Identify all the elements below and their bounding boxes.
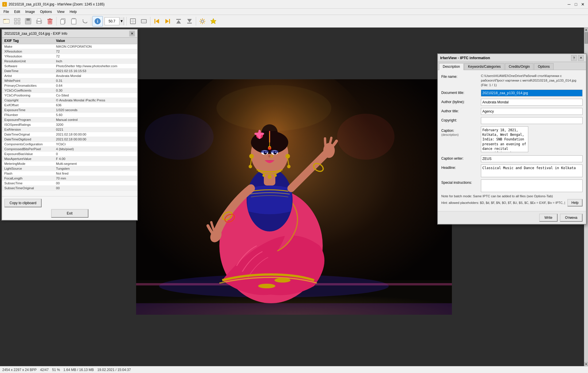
scroll-up-button[interactable]: ▲ xyxy=(584,28,588,32)
exif-close-button[interactable]: ✕ xyxy=(129,31,135,36)
zoom-input[interactable] xyxy=(105,19,119,24)
copyright-input[interactable] xyxy=(481,117,583,124)
svg-rect-93 xyxy=(136,303,452,315)
svg-point-79 xyxy=(262,174,265,177)
svg-rect-5 xyxy=(14,18,17,21)
caption-writer-input[interactable] xyxy=(481,155,583,162)
exif-table-row: YCbCrCoefficients0.30 xyxy=(2,88,137,93)
tab-description[interactable]: Description xyxy=(439,63,464,70)
next-image-button[interactable] xyxy=(163,16,173,26)
iptc-write-button[interactable]: Write xyxy=(539,214,558,222)
print-button[interactable] xyxy=(34,16,44,26)
svg-point-66 xyxy=(258,136,261,139)
exif-tag-cell: ExifOffset xyxy=(4,103,56,107)
open-button[interactable] xyxy=(1,16,11,26)
tab-keywords[interactable]: Keywords/Categories xyxy=(464,63,504,70)
exif-table-row: MaxApertureValueF 4.00 xyxy=(2,156,137,161)
svg-point-73 xyxy=(261,150,269,153)
note-for-batch: Note for batch mode: Same IPTC can be ad… xyxy=(441,194,583,198)
scroll-down-button[interactable]: ▼ xyxy=(584,362,588,366)
svg-point-91 xyxy=(145,114,214,160)
exif-tag-cell: PrimaryChromaticities xyxy=(4,84,56,87)
delete-button[interactable] xyxy=(45,16,55,26)
copy-to-clipboard-button[interactable]: Copy to clipboard xyxy=(4,199,42,207)
document-title-input[interactable] xyxy=(481,90,583,96)
last-image-button[interactable] xyxy=(184,16,195,26)
zoom-box: ▼ xyxy=(105,17,124,25)
file-info-value: (File: 1 / 1) xyxy=(481,83,497,87)
fit-window-button[interactable] xyxy=(128,16,138,26)
exif-tag-cell: ComponentsConfiguration xyxy=(4,142,56,146)
exif-value-cell: 0.30 xyxy=(56,89,135,92)
tab-options[interactable]: Options xyxy=(534,63,553,70)
exif-tag-cell: ISOSpeedRatings xyxy=(4,123,56,126)
close-button[interactable]: ✕ xyxy=(580,1,586,7)
iptc-cancel-button[interactable]: Отмена xyxy=(560,214,583,222)
copy-button[interactable] xyxy=(58,16,68,26)
iptc-help-icon-button[interactable]: ? xyxy=(571,55,577,61)
exif-table-row: ExposureTime1/320 seconds xyxy=(2,108,137,113)
exif-tag-cell: LightSource xyxy=(4,167,56,170)
options-button[interactable] xyxy=(197,16,208,26)
status-date: 19.02.2021 / 15:04:37 xyxy=(97,368,131,372)
special-instructions-textarea[interactable] xyxy=(481,179,583,192)
first-image-button[interactable] xyxy=(173,16,184,26)
document-title-row: Document title: xyxy=(441,90,583,96)
exif-col-tag-header: EXIF Tag xyxy=(4,39,56,43)
favorites-button[interactable] xyxy=(208,16,218,26)
exit-button[interactable]: Exit xyxy=(51,209,88,218)
fit-width-button[interactable] xyxy=(139,16,149,26)
file-name-label: File name: xyxy=(441,74,479,79)
svg-marker-34 xyxy=(165,19,169,24)
exif-table-row: YCbCrPositioningCo-Sited xyxy=(2,93,137,98)
info-button[interactable]: i xyxy=(92,16,103,26)
menu-view[interactable]: View xyxy=(55,9,67,14)
exif-tag-cell: ExposureProgram xyxy=(4,118,56,121)
author-byline-input[interactable] xyxy=(481,99,583,106)
exif-table-row: ISOSpeedRatings3200 xyxy=(2,122,137,127)
menu-help[interactable]: Help xyxy=(67,9,79,14)
iptc-tabs: Description Keywords/Categories Credits/… xyxy=(438,62,586,70)
scroll-thumb[interactable] xyxy=(585,32,588,44)
caption-sublabel: (description) xyxy=(441,133,459,136)
author-title-label: Author title: xyxy=(441,108,479,113)
tab-credits[interactable]: Credits/Origin xyxy=(505,63,533,70)
copyright-row: Copyright: xyxy=(441,117,583,124)
svg-point-90 xyxy=(216,85,331,131)
exif-value-cell: 2021:02:18 00:00:00 xyxy=(56,138,135,141)
headline-row: Headline: xyxy=(441,165,583,177)
exif-value-cell: Manual control xyxy=(56,118,135,121)
menu-image[interactable]: Image xyxy=(23,9,37,14)
iptc-dialog-title: IrfanView - IPTC information xyxy=(440,56,490,60)
exif-tag-cell: DateTimeDigitized xyxy=(4,138,56,141)
thumbnail-button[interactable] xyxy=(12,16,22,26)
exif-table-row: YResolution72 xyxy=(2,54,137,59)
paste-button[interactable] xyxy=(69,16,79,26)
iptc-close-button[interactable]: ✕ xyxy=(578,55,584,61)
exif-table-body: MakeNIKON CORPORATIONXResolution72YResol… xyxy=(2,44,137,196)
menu-file[interactable]: File xyxy=(1,9,11,14)
iptc-help-button[interactable]: Help xyxy=(567,199,583,206)
exif-value-cell: 0.64 xyxy=(56,84,135,87)
iptc-dialog: IrfanView - IPTC information ? ✕ Descrip… xyxy=(437,53,587,225)
menu-edit[interactable]: Edit xyxy=(12,9,22,14)
headline-textarea[interactable] xyxy=(481,165,583,177)
caption-textarea[interactable] xyxy=(481,126,528,152)
status-position: 42/47 xyxy=(40,368,49,372)
menu-options[interactable]: Options xyxy=(38,9,54,14)
undo-button[interactable] xyxy=(80,16,90,26)
maximize-button[interactable]: □ xyxy=(573,1,579,7)
zoom-dropdown-button[interactable]: ▼ xyxy=(119,17,124,25)
exif-table-row: PrimaryChromaticities0.64 xyxy=(2,83,137,88)
exif-tag-cell: SubsecTimeOriginal xyxy=(4,186,56,190)
exif-value-cell: Inch xyxy=(56,59,135,63)
exif-table-row: ExposureBiasValue0 xyxy=(2,152,137,156)
toolbar-separator-2 xyxy=(91,17,91,26)
author-title-input[interactable] xyxy=(481,108,583,115)
status-filesize: 1.64 MB / 16.13 MB xyxy=(63,368,94,372)
minimize-button[interactable]: ─ xyxy=(566,1,572,7)
save-button[interactable] xyxy=(23,16,33,26)
svg-rect-13 xyxy=(37,19,41,21)
headline-label: Headline: xyxy=(441,165,479,170)
prev-image-button[interactable] xyxy=(152,16,162,26)
